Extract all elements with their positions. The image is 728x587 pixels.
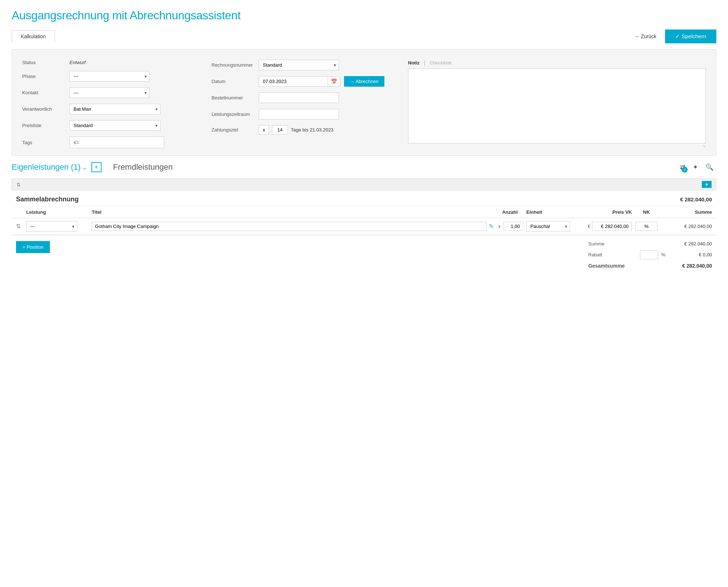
zahlungsziel-x-input[interactable] <box>259 125 269 134</box>
kontakt-row: Kontakt --- <box>22 87 197 98</box>
leistungszeitraum-row: Leistungszeitraum <box>211 109 393 119</box>
shuffle-badge: 2 <box>682 167 688 173</box>
sammelabrechnung-amount: € 282.040,00 <box>680 196 712 202</box>
eigenleistungen-title[interactable]: Eigenleistungen (1) <box>12 162 81 172</box>
eigenleistungen-chevron[interactable]: ⌄ <box>82 164 87 171</box>
verantwortlich-select-wrapper[interactable]: Bat Man <box>70 104 161 114</box>
summe-total-value: € 282.040,00 <box>668 241 712 247</box>
rabatt-value: € 0,00 <box>668 252 712 257</box>
calendar-icon[interactable]: 📅 <box>328 76 340 87</box>
gesamtsumme-value: € 282.040,00 <box>668 263 712 269</box>
save-button[interactable]: ✓ Spelchern <box>665 29 716 43</box>
form-right: Notiz | Checkliste ⤡ <box>408 60 706 148</box>
rabatt-percent-sign: % <box>661 252 665 257</box>
verantwortlich-label: Verantwortlich <box>22 106 70 112</box>
preisliste-select-with-x: Standard <box>70 120 161 131</box>
leistung-cell: --- <box>26 221 92 232</box>
th-nk: NK <box>632 209 661 215</box>
totals-section: Summe € 282.040,00 Rabatt % € 0,00 Gesam… <box>588 241 712 269</box>
einheit-cell: Pauschal <box>526 221 574 232</box>
anzahl-cell: x <box>494 222 526 231</box>
collapse-button[interactable]: ▾ <box>702 181 712 188</box>
bestellnummer-input[interactable] <box>259 92 339 103</box>
add-position-button[interactable]: + Position <box>16 241 50 253</box>
sort-icon[interactable]: ⇅ <box>16 182 21 188</box>
einheit-select-wrapper[interactable]: Pauschal <box>526 221 570 232</box>
edit-icon[interactable]: ✎ <box>489 223 494 230</box>
eigenleistungen-add-button[interactable]: + <box>91 162 102 172</box>
tag-icon: 🏷 <box>74 139 79 145</box>
rechnungsnummer-select[interactable]: Standard <box>259 60 339 70</box>
leistung-select[interactable]: --- <box>26 221 77 232</box>
status-row: Status Entwurf <box>22 60 197 65</box>
preisliste-select[interactable]: Standard <box>70 120 161 131</box>
th-preis-vk: Preis VK <box>574 209 632 215</box>
shuffle-button[interactable]: ⇄ 2 <box>677 161 688 173</box>
preisliste-select-wrapper[interactable]: Standard <box>70 120 161 131</box>
nk-input[interactable] <box>636 222 657 231</box>
rabatt-percent-input[interactable] <box>640 250 658 259</box>
total-summe-row: Summe € 282.040,00 <box>588 241 712 247</box>
preis-input[interactable] <box>592 222 632 231</box>
tab-kalkulation[interactable]: Kalkulation <box>12 30 55 43</box>
verantwortlich-select-with-x: Bat Man <box>70 104 161 114</box>
fremdleistungen-title[interactable]: Fremdleistungen <box>113 162 173 172</box>
notiz-textarea[interactable] <box>408 68 706 143</box>
verantwortlich-row: Verantwortlich Bat Man <box>22 104 197 114</box>
notiz-tab[interactable]: Notiz <box>408 60 420 66</box>
row-sort-icon[interactable]: ⇅ <box>16 223 26 230</box>
bestellnummer-row: Bestellnummer <box>211 92 393 103</box>
form-middle: Rechnungsnummer Standard Datum 📅 → Abrec… <box>211 60 393 148</box>
zahlungsziel-row: Zahlungsziel Tage bis 21.03.2023 <box>211 125 393 134</box>
rechnungsnummer-row: Rechnungsnummer Standard <box>211 60 393 70</box>
total-rabatt-row: Rabatt % € 0,00 <box>588 250 712 259</box>
anzahl-input[interactable] <box>503 222 523 231</box>
zoom-button[interactable]: 🔍 <box>703 161 716 173</box>
sammelabrechnung-title: Sammelabrechnung <box>16 196 79 203</box>
abrechnen-button[interactable]: → Abrechnen <box>344 76 384 87</box>
datum-row: Datum 📅 → Abrechnen <box>211 76 393 87</box>
rn-select-wrapper[interactable]: Standard <box>259 60 339 70</box>
th-anzahl: Anzahl <box>494 209 526 215</box>
rabatt-label: Rabatt <box>588 252 602 257</box>
total-gesamtsumme-row: Gesamtsumme € 282.040,00 <box>588 263 712 269</box>
table-row: ⇅ --- ✎ x Pauschal <box>12 218 716 235</box>
checkliste-tab[interactable]: Checkliste <box>430 60 451 66</box>
tags-label: Tags <box>22 140 70 145</box>
back-link[interactable]: → Zurück <box>634 34 657 39</box>
summe-cell: € 282.040,00 <box>661 224 712 229</box>
notiz-resize: ⤡ <box>408 144 706 148</box>
page-title: Ausgangsrechnung mit Abrechnungsassisten… <box>12 9 716 22</box>
nk-cell <box>632 222 661 231</box>
tab-bar: Kalkulation <box>12 30 55 43</box>
kontakt-select[interactable]: --- <box>70 87 150 98</box>
multiplier: x <box>498 224 501 229</box>
tags-input[interactable]: 🏷 <box>70 137 164 148</box>
einheit-select[interactable]: Pauschal <box>526 221 570 232</box>
wand-button[interactable]: ✦ <box>690 161 701 173</box>
kontakt-select-wrapper[interactable]: --- <box>70 87 150 98</box>
footer-section: + Position Summe € 282.040,00 Rabatt % €… <box>12 235 716 275</box>
zahlungsziel-days-input[interactable] <box>272 125 288 134</box>
th-titel: Titel <box>92 209 494 215</box>
status-value: Entwurf <box>70 60 86 65</box>
summe-label: Summe <box>588 241 605 247</box>
leistungszeitraum-input[interactable] <box>259 109 339 119</box>
summe-value: € 282.040,00 <box>684 224 712 229</box>
table-header-row: Leistung Titel Anzahl Einheit Preis VK N… <box>12 206 716 218</box>
leistung-select-wrapper[interactable]: --- <box>26 221 77 232</box>
titel-input[interactable] <box>92 222 487 231</box>
leistungszeitraum-label: Leistungszeitraum <box>211 111 259 117</box>
euro-sign: € <box>588 224 590 229</box>
phase-select-wrapper[interactable]: --- <box>70 71 150 82</box>
zahlungsziel-label: Zahlungsziel <box>211 127 259 133</box>
datum-label: Datum <box>211 79 259 84</box>
bestellnummer-label: Bestellnummer <box>211 95 259 101</box>
datum-input[interactable] <box>259 76 328 87</box>
phase-row: Phase --- <box>22 71 197 82</box>
verantwortlich-select[interactable]: Bat Man <box>70 104 161 114</box>
phase-select[interactable]: --- <box>70 71 150 82</box>
titel-cell: ✎ <box>92 222 494 231</box>
th-summe: Summe <box>661 209 712 215</box>
rechnungsnummer-label: Rechnungsnummer <box>211 62 259 68</box>
